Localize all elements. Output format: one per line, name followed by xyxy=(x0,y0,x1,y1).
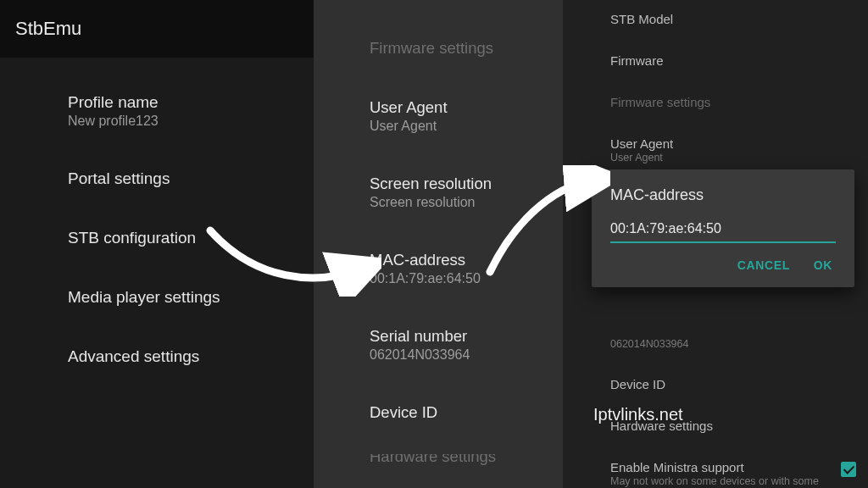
mac-address-dialog: MAC-address CANCEL OK xyxy=(592,169,854,287)
stb-configuration-item[interactable]: STB configuration xyxy=(0,217,314,259)
bg-stb-model-item[interactable]: STB Model xyxy=(563,5,868,33)
mac-address-value: 00:1A:79:ae:64:50 xyxy=(370,271,563,286)
firmware-item-cut: Firmware xyxy=(314,0,563,2)
hardware-settings-item-cut[interactable]: Hardware settings xyxy=(314,454,563,466)
profile-settings-list: Profile name New profile123 Portal setti… xyxy=(0,58,314,378)
checkbox-checked-icon[interactable] xyxy=(841,462,856,477)
watermark-text: Iptvlinks.net xyxy=(593,405,683,424)
user-agent-item[interactable]: User Agent User Agent xyxy=(314,90,563,142)
bg-firmware-settings-label: Firmware settings xyxy=(610,95,834,109)
profile-name-value: New profile123 xyxy=(68,114,314,129)
firmware-settings-label: Firmware settings xyxy=(370,39,563,58)
profile-name-label: Profile name xyxy=(68,93,314,112)
bg-user-agent-item[interactable]: User Agent User Agent xyxy=(563,130,868,170)
screen-resolution-value: Screen resolution xyxy=(370,195,563,210)
ok-button[interactable]: OK xyxy=(814,258,832,272)
serial-number-item[interactable]: Serial number 062014N033964 xyxy=(314,319,563,371)
app-title: StbEmu xyxy=(15,18,81,40)
bg-serial-item[interactable]: 062014N033964 xyxy=(563,330,868,357)
screen-resolution-item[interactable]: Screen resolution Screen resolution xyxy=(314,166,563,219)
advanced-settings-label: Advanced settings xyxy=(68,347,314,366)
bg-device-id-item[interactable]: Device ID xyxy=(563,370,868,398)
bg-device-id-label: Device ID xyxy=(610,377,834,391)
dialog-title: MAC-address xyxy=(610,186,836,204)
bg-ministra-hint: May not work on some devices or with som… xyxy=(610,475,834,488)
media-player-settings-item[interactable]: Media player settings xyxy=(0,276,314,319)
serial-number-label: Serial number xyxy=(370,327,563,346)
portal-settings-label: Portal settings xyxy=(68,169,314,188)
bg-ministra-item[interactable]: Enable Ministra support May not work on … xyxy=(563,453,868,488)
bg-user-agent-value: User Agent xyxy=(610,152,834,164)
screen-resolution-label: Screen resolution xyxy=(370,175,563,193)
mac-address-input[interactable] xyxy=(610,219,836,243)
bg-ministra-label: Enable Ministra support xyxy=(610,460,834,474)
bg-stb-model-label: STB Model xyxy=(610,12,834,26)
profile-settings-panel: StbEmu Profile name New profile123 Porta… xyxy=(0,0,314,488)
media-player-settings-label: Media player settings xyxy=(68,288,314,307)
user-agent-value: User Agent xyxy=(370,119,563,134)
dialog-actions: CANCEL OK xyxy=(610,243,836,279)
device-id-label: Device ID xyxy=(370,403,563,422)
bg-serial-value: 062014N033964 xyxy=(610,338,834,350)
cancel-button[interactable]: CANCEL xyxy=(737,258,790,272)
mac-address-label: MAC-address xyxy=(370,251,563,269)
advanced-settings-item[interactable]: Advanced settings xyxy=(0,336,314,378)
portal-settings-item[interactable]: Portal settings xyxy=(0,158,314,200)
bg-firmware-label: Firmware xyxy=(610,53,834,68)
bg-firmware-settings-item[interactable]: Firmware settings xyxy=(563,88,868,116)
hardware-settings-label-cut: Hardware settings xyxy=(370,454,563,466)
profile-name-item[interactable]: Profile name New profile123 xyxy=(0,81,314,141)
app-bar: StbEmu xyxy=(0,0,314,58)
firmware-settings-item[interactable]: Firmware settings xyxy=(314,30,563,66)
serial-number-value: 062014N033964 xyxy=(370,347,563,363)
stb-config-panel: Firmware Firmware settings User Agent Us… xyxy=(314,0,563,488)
stb-config-list: Firmware Firmware settings User Agent Us… xyxy=(314,0,563,466)
mac-address-item[interactable]: MAC-address 00:1A:79:ae:64:50 xyxy=(314,242,563,295)
bg-firmware-item[interactable]: Firmware xyxy=(563,47,868,75)
stb-configuration-label: STB configuration xyxy=(68,229,314,247)
user-agent-label: User Agent xyxy=(370,98,563,117)
bg-user-agent-label: User Agent xyxy=(610,136,834,151)
device-id-item[interactable]: Device ID xyxy=(314,395,563,430)
